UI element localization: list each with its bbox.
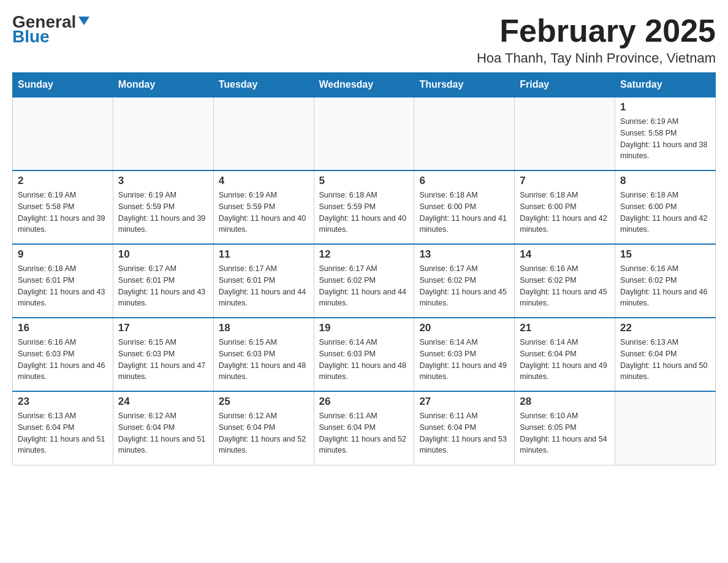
daylight-text: Daylight: 11 hours and 48 minutes. bbox=[319, 360, 409, 383]
day-number: 18 bbox=[219, 322, 309, 334]
day-info: Sunrise: 6:11 AMSunset: 6:04 PMDaylight:… bbox=[419, 410, 509, 456]
daylight-text: Daylight: 11 hours and 46 minutes. bbox=[18, 360, 108, 383]
sunset-text: Sunset: 6:00 PM bbox=[620, 201, 710, 213]
daylight-text: Daylight: 11 hours and 52 minutes. bbox=[319, 434, 409, 457]
day-number: 9 bbox=[18, 248, 108, 261]
day-info: Sunrise: 6:13 AMSunset: 6:04 PMDaylight:… bbox=[18, 410, 108, 456]
sunset-text: Sunset: 6:04 PM bbox=[419, 422, 509, 434]
daylight-text: Daylight: 11 hours and 45 minutes. bbox=[419, 286, 509, 310]
sunrise-text: Sunrise: 6:19 AM bbox=[118, 190, 208, 201]
sunset-text: Sunset: 6:00 PM bbox=[520, 201, 610, 213]
sunset-text: Sunset: 6:00 PM bbox=[419, 201, 509, 213]
day-number: 2 bbox=[18, 175, 108, 187]
day-info: Sunrise: 6:12 AMSunset: 6:04 PMDaylight:… bbox=[118, 410, 208, 456]
day-number: 11 bbox=[219, 248, 309, 261]
day-info: Sunrise: 6:18 AMSunset: 6:00 PMDaylight:… bbox=[520, 190, 610, 236]
calendar-cell bbox=[213, 97, 314, 170]
day-number: 8 bbox=[620, 175, 710, 187]
sunrise-text: Sunrise: 6:19 AM bbox=[219, 190, 309, 201]
calendar-cell: 13Sunrise: 6:17 AMSunset: 6:02 PMDayligh… bbox=[414, 244, 515, 318]
day-info: Sunrise: 6:11 AMSunset: 6:04 PMDaylight:… bbox=[319, 410, 409, 456]
calendar-cell: 17Sunrise: 6:15 AMSunset: 6:03 PMDayligh… bbox=[113, 318, 213, 391]
daylight-text: Daylight: 11 hours and 39 minutes. bbox=[118, 213, 208, 236]
sunrise-text: Sunrise: 6:18 AM bbox=[18, 263, 108, 275]
calendar-cell: 3Sunrise: 6:19 AMSunset: 5:59 PMDaylight… bbox=[113, 170, 213, 244]
daylight-text: Daylight: 11 hours and 49 minutes. bbox=[419, 360, 509, 383]
day-info: Sunrise: 6:18 AMSunset: 6:01 PMDaylight:… bbox=[18, 263, 108, 309]
day-info: Sunrise: 6:17 AMSunset: 6:01 PMDaylight:… bbox=[118, 263, 208, 309]
day-number: 20 bbox=[419, 322, 509, 334]
week-row-4: 16Sunrise: 6:16 AMSunset: 6:03 PMDayligh… bbox=[13, 318, 716, 391]
daylight-text: Daylight: 11 hours and 45 minutes. bbox=[520, 286, 610, 310]
sunrise-text: Sunrise: 6:16 AM bbox=[620, 263, 710, 275]
day-info: Sunrise: 6:16 AMSunset: 6:02 PMDaylight:… bbox=[520, 263, 610, 309]
calendar-cell: 5Sunrise: 6:18 AMSunset: 5:59 PMDaylight… bbox=[314, 170, 414, 244]
day-number: 7 bbox=[520, 175, 610, 187]
daylight-text: Daylight: 11 hours and 51 minutes. bbox=[118, 434, 208, 457]
day-info: Sunrise: 6:19 AMSunset: 5:58 PMDaylight:… bbox=[18, 190, 108, 236]
sunset-text: Sunset: 6:04 PM bbox=[620, 348, 710, 360]
day-info: Sunrise: 6:14 AMSunset: 6:03 PMDaylight:… bbox=[419, 337, 509, 383]
calendar-cell bbox=[113, 97, 213, 170]
daylight-text: Daylight: 11 hours and 53 minutes. bbox=[419, 434, 509, 457]
header: General Blue February 2025 Hoa Thanh, Ta… bbox=[12, 12, 716, 66]
daylight-text: Daylight: 11 hours and 42 minutes. bbox=[620, 213, 710, 236]
sunrise-text: Sunrise: 6:10 AM bbox=[520, 410, 610, 422]
calendar-header-wednesday: Wednesday bbox=[314, 73, 414, 98]
calendar-cell: 1Sunrise: 6:19 AMSunset: 5:58 PMDaylight… bbox=[615, 97, 716, 170]
calendar-cell bbox=[13, 97, 113, 170]
sunset-text: Sunset: 6:04 PM bbox=[18, 422, 108, 434]
week-row-5: 23Sunrise: 6:13 AMSunset: 6:04 PMDayligh… bbox=[13, 391, 716, 465]
day-number: 14 bbox=[520, 248, 610, 261]
calendar-cell: 10Sunrise: 6:17 AMSunset: 6:01 PMDayligh… bbox=[113, 244, 213, 318]
calendar-table: SundayMondayTuesdayWednesdayThursdayFrid… bbox=[12, 72, 716, 465]
daylight-text: Daylight: 11 hours and 40 minutes. bbox=[319, 213, 409, 236]
daylight-text: Daylight: 11 hours and 48 minutes. bbox=[219, 360, 309, 383]
sunrise-text: Sunrise: 6:13 AM bbox=[18, 410, 108, 422]
sunset-text: Sunset: 6:01 PM bbox=[18, 275, 108, 286]
sunset-text: Sunset: 6:03 PM bbox=[319, 348, 409, 360]
day-info: Sunrise: 6:18 AMSunset: 6:00 PMDaylight:… bbox=[620, 190, 710, 236]
day-number: 1 bbox=[620, 101, 710, 113]
calendar-cell: 27Sunrise: 6:11 AMSunset: 6:04 PMDayligh… bbox=[414, 391, 515, 465]
sunrise-text: Sunrise: 6:11 AM bbox=[419, 410, 509, 422]
sunset-text: Sunset: 6:02 PM bbox=[520, 275, 610, 286]
sunrise-text: Sunrise: 6:17 AM bbox=[219, 263, 309, 275]
sunset-text: Sunset: 6:04 PM bbox=[520, 348, 610, 360]
calendar-cell: 24Sunrise: 6:12 AMSunset: 6:04 PMDayligh… bbox=[113, 391, 213, 465]
calendar-cell: 16Sunrise: 6:16 AMSunset: 6:03 PMDayligh… bbox=[13, 318, 113, 391]
day-info: Sunrise: 6:12 AMSunset: 6:04 PMDaylight:… bbox=[219, 410, 309, 456]
day-info: Sunrise: 6:13 AMSunset: 6:04 PMDaylight:… bbox=[620, 337, 710, 383]
daylight-text: Daylight: 11 hours and 49 minutes. bbox=[520, 360, 610, 383]
sunrise-text: Sunrise: 6:13 AM bbox=[620, 337, 710, 348]
day-info: Sunrise: 6:19 AMSunset: 5:58 PMDaylight:… bbox=[620, 116, 710, 162]
day-number: 16 bbox=[18, 322, 108, 334]
day-number: 21 bbox=[520, 322, 610, 334]
sunset-text: Sunset: 6:01 PM bbox=[118, 275, 208, 286]
daylight-text: Daylight: 11 hours and 51 minutes. bbox=[18, 434, 108, 457]
sunrise-text: Sunrise: 6:18 AM bbox=[419, 190, 509, 201]
sunrise-text: Sunrise: 6:19 AM bbox=[620, 116, 710, 128]
daylight-text: Daylight: 11 hours and 42 minutes. bbox=[520, 213, 610, 236]
sunset-text: Sunset: 5:58 PM bbox=[18, 201, 108, 213]
day-number: 6 bbox=[419, 175, 509, 187]
calendar-cell bbox=[615, 391, 716, 465]
sunrise-text: Sunrise: 6:18 AM bbox=[319, 190, 409, 201]
sunset-text: Sunset: 6:03 PM bbox=[118, 348, 208, 360]
day-number: 27 bbox=[419, 396, 509, 408]
logo-blue-text: Blue bbox=[12, 27, 50, 47]
day-info: Sunrise: 6:18 AMSunset: 6:00 PMDaylight:… bbox=[419, 190, 509, 236]
calendar-header-tuesday: Tuesday bbox=[213, 73, 314, 98]
day-info: Sunrise: 6:16 AMSunset: 6:03 PMDaylight:… bbox=[18, 337, 108, 383]
sunrise-text: Sunrise: 6:12 AM bbox=[118, 410, 208, 422]
page-title: February 2025 bbox=[477, 12, 716, 49]
sunrise-text: Sunrise: 6:15 AM bbox=[219, 337, 309, 348]
daylight-text: Daylight: 11 hours and 43 minutes. bbox=[18, 286, 108, 310]
calendar-cell: 23Sunrise: 6:13 AMSunset: 6:04 PMDayligh… bbox=[13, 391, 113, 465]
calendar-header-monday: Monday bbox=[113, 73, 213, 98]
sunset-text: Sunset: 6:03 PM bbox=[219, 348, 309, 360]
calendar-cell bbox=[414, 97, 515, 170]
week-row-3: 9Sunrise: 6:18 AMSunset: 6:01 PMDaylight… bbox=[13, 244, 716, 318]
sunrise-text: Sunrise: 6:17 AM bbox=[419, 263, 509, 275]
week-row-1: 1Sunrise: 6:19 AMSunset: 5:58 PMDaylight… bbox=[13, 97, 716, 170]
